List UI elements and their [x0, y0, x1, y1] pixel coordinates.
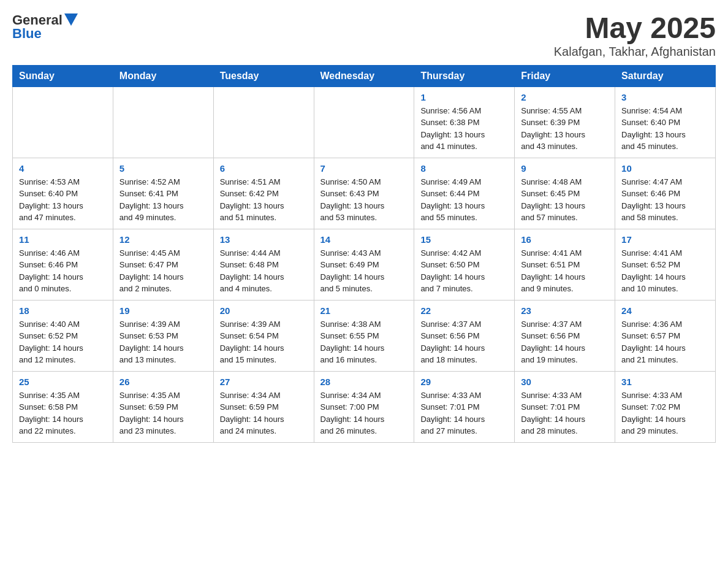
- calendar-week-row-5: 25Sunrise: 4:35 AM Sunset: 6:58 PM Dayli…: [13, 371, 716, 442]
- day-info: Sunrise: 4:33 AM Sunset: 7:01 PM Dayligh…: [420, 389, 508, 437]
- day-info: Sunrise: 4:55 AM Sunset: 6:39 PM Dayligh…: [521, 105, 609, 153]
- calendar-cell: 30Sunrise: 4:33 AM Sunset: 7:01 PM Dayli…: [515, 371, 615, 442]
- day-info: Sunrise: 4:34 AM Sunset: 7:00 PM Dayligh…: [320, 389, 408, 437]
- weekday-header-wednesday: Wednesday: [314, 65, 414, 86]
- day-number: 9: [521, 163, 609, 174]
- day-info: Sunrise: 4:50 AM Sunset: 6:43 PM Dayligh…: [320, 176, 408, 224]
- calendar-cell: 27Sunrise: 4:34 AM Sunset: 6:59 PM Dayli…: [213, 371, 314, 442]
- weekday-header-thursday: Thursday: [414, 65, 515, 86]
- page-header: General Blue May 2025 Kalafgan, Takhar, …: [12, 12, 716, 59]
- calendar-cell: 17Sunrise: 4:41 AM Sunset: 6:52 PM Dayli…: [615, 229, 716, 300]
- calendar-cell: 20Sunrise: 4:39 AM Sunset: 6:54 PM Dayli…: [213, 300, 314, 371]
- day-number: 4: [19, 163, 107, 174]
- day-info: Sunrise: 4:56 AM Sunset: 6:38 PM Dayligh…: [420, 105, 508, 153]
- calendar-cell: 25Sunrise: 4:35 AM Sunset: 6:58 PM Dayli…: [13, 371, 113, 442]
- day-number: 5: [119, 163, 207, 174]
- day-number: 11: [19, 234, 107, 245]
- calendar-week-row-4: 18Sunrise: 4:40 AM Sunset: 6:52 PM Dayli…: [13, 300, 716, 371]
- weekday-header-friday: Friday: [515, 65, 615, 86]
- calendar-cell: 11Sunrise: 4:46 AM Sunset: 6:46 PM Dayli…: [13, 229, 113, 300]
- day-number: 15: [420, 234, 508, 245]
- calendar-cell: 24Sunrise: 4:36 AM Sunset: 6:57 PM Dayli…: [615, 300, 716, 371]
- day-info: Sunrise: 4:39 AM Sunset: 6:54 PM Dayligh…: [220, 318, 308, 366]
- day-number: 8: [420, 163, 508, 174]
- calendar-cell: 26Sunrise: 4:35 AM Sunset: 6:59 PM Dayli…: [113, 371, 213, 442]
- calendar-cell: [113, 86, 213, 158]
- day-info: Sunrise: 4:38 AM Sunset: 6:55 PM Dayligh…: [320, 318, 408, 366]
- weekday-header-saturday: Saturday: [615, 65, 716, 86]
- day-info: Sunrise: 4:39 AM Sunset: 6:53 PM Dayligh…: [119, 318, 207, 366]
- day-info: Sunrise: 4:41 AM Sunset: 6:52 PM Dayligh…: [621, 247, 709, 295]
- calendar-cell: 3Sunrise: 4:54 AM Sunset: 6:40 PM Daylig…: [615, 86, 716, 158]
- day-info: Sunrise: 4:53 AM Sunset: 6:40 PM Dayligh…: [19, 176, 107, 224]
- day-info: Sunrise: 4:41 AM Sunset: 6:51 PM Dayligh…: [521, 247, 609, 295]
- calendar-cell: 6Sunrise: 4:51 AM Sunset: 6:42 PM Daylig…: [213, 158, 314, 229]
- day-info: Sunrise: 4:36 AM Sunset: 6:57 PM Dayligh…: [621, 318, 709, 366]
- calendar-cell: 22Sunrise: 4:37 AM Sunset: 6:56 PM Dayli…: [414, 300, 515, 371]
- day-number: 21: [320, 305, 408, 316]
- day-number: 13: [220, 234, 308, 245]
- month-year-title: May 2025: [554, 12, 716, 45]
- day-number: 27: [220, 377, 308, 387]
- day-number: 29: [420, 377, 508, 387]
- day-number: 19: [119, 305, 207, 316]
- day-number: 14: [320, 234, 408, 245]
- day-info: Sunrise: 4:52 AM Sunset: 6:41 PM Dayligh…: [119, 176, 207, 224]
- calendar-cell: 29Sunrise: 4:33 AM Sunset: 7:01 PM Dayli…: [414, 371, 515, 442]
- day-number: 17: [621, 234, 709, 245]
- day-info: Sunrise: 4:51 AM Sunset: 6:42 PM Dayligh…: [220, 176, 308, 224]
- day-info: Sunrise: 4:35 AM Sunset: 6:59 PM Dayligh…: [119, 389, 207, 437]
- calendar-cell: 1Sunrise: 4:56 AM Sunset: 6:38 PM Daylig…: [414, 86, 515, 158]
- calendar-week-row-1: 1Sunrise: 4:56 AM Sunset: 6:38 PM Daylig…: [13, 86, 716, 158]
- day-info: Sunrise: 4:34 AM Sunset: 6:59 PM Dayligh…: [220, 389, 308, 437]
- calendar-cell: 9Sunrise: 4:48 AM Sunset: 6:45 PM Daylig…: [515, 158, 615, 229]
- day-info: Sunrise: 4:45 AM Sunset: 6:47 PM Dayligh…: [119, 247, 207, 295]
- day-info: Sunrise: 4:44 AM Sunset: 6:48 PM Dayligh…: [220, 247, 308, 295]
- day-number: 2: [521, 92, 609, 102]
- day-number: 22: [420, 305, 508, 316]
- day-number: 20: [220, 305, 308, 316]
- logo-triangle-icon: [64, 13, 78, 26]
- day-number: 30: [521, 377, 609, 387]
- calendar-week-row-2: 4Sunrise: 4:53 AM Sunset: 6:40 PM Daylig…: [13, 158, 716, 229]
- day-number: 25: [19, 377, 107, 387]
- calendar-cell: [213, 86, 314, 158]
- day-number: 3: [621, 92, 709, 102]
- day-number: 6: [220, 163, 308, 174]
- calendar-cell: 10Sunrise: 4:47 AM Sunset: 6:46 PM Dayli…: [615, 158, 716, 229]
- calendar-cell: 19Sunrise: 4:39 AM Sunset: 6:53 PM Dayli…: [113, 300, 213, 371]
- calendar-cell: 14Sunrise: 4:43 AM Sunset: 6:49 PM Dayli…: [314, 229, 414, 300]
- calendar-cell: 5Sunrise: 4:52 AM Sunset: 6:41 PM Daylig…: [113, 158, 213, 229]
- calendar-cell: 21Sunrise: 4:38 AM Sunset: 6:55 PM Dayli…: [314, 300, 414, 371]
- calendar-cell: 31Sunrise: 4:33 AM Sunset: 7:02 PM Dayli…: [615, 371, 716, 442]
- day-info: Sunrise: 4:33 AM Sunset: 7:01 PM Dayligh…: [521, 389, 609, 437]
- day-number: 18: [19, 305, 107, 316]
- day-number: 28: [320, 377, 408, 387]
- day-number: 10: [621, 163, 709, 174]
- day-info: Sunrise: 4:37 AM Sunset: 6:56 PM Dayligh…: [420, 318, 508, 366]
- day-info: Sunrise: 4:48 AM Sunset: 6:45 PM Dayligh…: [521, 176, 609, 224]
- calendar-week-row-3: 11Sunrise: 4:46 AM Sunset: 6:46 PM Dayli…: [13, 229, 716, 300]
- calendar-cell: [13, 86, 113, 158]
- day-number: 12: [119, 234, 207, 245]
- calendar-cell: 18Sunrise: 4:40 AM Sunset: 6:52 PM Dayli…: [13, 300, 113, 371]
- calendar-cell: 15Sunrise: 4:42 AM Sunset: 6:50 PM Dayli…: [414, 229, 515, 300]
- day-info: Sunrise: 4:35 AM Sunset: 6:58 PM Dayligh…: [19, 389, 107, 437]
- calendar-cell: 8Sunrise: 4:49 AM Sunset: 6:44 PM Daylig…: [414, 158, 515, 229]
- calendar-cell: 7Sunrise: 4:50 AM Sunset: 6:43 PM Daylig…: [314, 158, 414, 229]
- location-subtitle: Kalafgan, Takhar, Afghanistan: [554, 45, 716, 59]
- day-number: 1: [420, 92, 508, 102]
- day-info: Sunrise: 4:49 AM Sunset: 6:44 PM Dayligh…: [420, 176, 508, 224]
- calendar-cell: [314, 86, 414, 158]
- weekday-header-tuesday: Tuesday: [213, 65, 314, 86]
- calendar-cell: 16Sunrise: 4:41 AM Sunset: 6:51 PM Dayli…: [515, 229, 615, 300]
- calendar-cell: 4Sunrise: 4:53 AM Sunset: 6:40 PM Daylig…: [13, 158, 113, 229]
- calendar-cell: 28Sunrise: 4:34 AM Sunset: 7:00 PM Dayli…: [314, 371, 414, 442]
- day-info: Sunrise: 4:37 AM Sunset: 6:56 PM Dayligh…: [521, 318, 609, 366]
- svg-marker-0: [64, 13, 78, 26]
- logo-blue: Blue: [12, 26, 42, 42]
- day-info: Sunrise: 4:33 AM Sunset: 7:02 PM Dayligh…: [621, 389, 709, 437]
- day-number: 26: [119, 377, 207, 387]
- day-info: Sunrise: 4:54 AM Sunset: 6:40 PM Dayligh…: [621, 105, 709, 153]
- calendar-cell: 13Sunrise: 4:44 AM Sunset: 6:48 PM Dayli…: [213, 229, 314, 300]
